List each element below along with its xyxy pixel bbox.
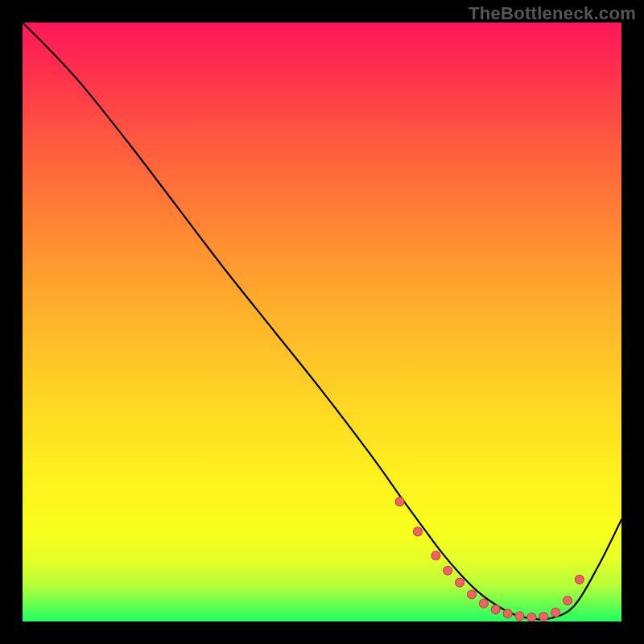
- valley-dot: [551, 608, 560, 617]
- valley-dot: [564, 597, 572, 605]
- chart-frame: TheBottleneck.com: [0, 0, 644, 644]
- curve-layer: [23, 23, 621, 621]
- watermark-text: TheBottleneck.com: [469, 3, 636, 24]
- valley-dot: [395, 497, 404, 506]
- plot-area: [23, 23, 621, 621]
- valley-dot: [414, 527, 423, 536]
- valley-dot: [431, 551, 440, 560]
- bottleneck-curve: [23, 23, 621, 620]
- valley-dot: [491, 605, 500, 614]
- valley-dot: [539, 613, 548, 621]
- valley-dot: [503, 609, 512, 618]
- valley-dot: [456, 578, 464, 587]
- valley-dot: [515, 612, 524, 621]
- valley-dot: [575, 575, 584, 584]
- valley-dot: [444, 566, 452, 575]
- valley-dots: [395, 497, 584, 621]
- valley-dot: [479, 599, 488, 608]
- valley-dot: [468, 590, 477, 599]
- valley-dot: [527, 613, 536, 621]
